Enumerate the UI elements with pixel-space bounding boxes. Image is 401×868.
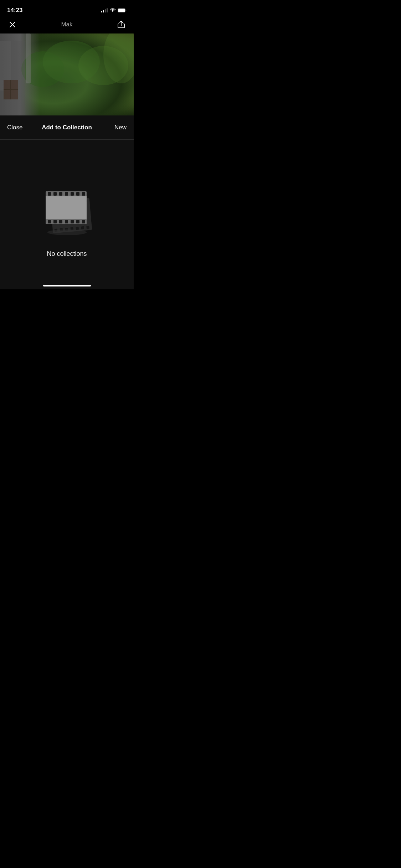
status-time: 14:23 [7,7,22,14]
svg-rect-38 [76,192,79,196]
svg-point-47 [47,229,87,235]
svg-rect-42 [59,220,62,223]
battery-icon [118,8,127,12]
svg-rect-37 [71,192,74,196]
photo-image [0,33,134,115]
svg-rect-11 [26,33,31,83]
nav-close-button[interactable] [7,19,18,30]
share-button[interactable] [116,19,127,30]
svg-rect-26 [76,227,79,230]
svg-rect-32 [46,196,87,219]
signal-icon [101,8,108,12]
svg-rect-35 [59,192,62,196]
no-collections-icon [38,186,96,236]
svg-rect-28 [86,226,89,229]
nav-title: Mak [61,21,72,28]
status-icons [101,8,127,12]
action-bar: Close Add to Collection New [0,115,134,140]
status-bar: 14:23 [0,0,134,16]
svg-rect-45 [76,220,79,223]
svg-rect-44 [71,220,74,223]
svg-rect-27 [81,226,84,229]
svg-rect-46 [82,220,85,223]
new-button[interactable]: New [105,124,127,131]
main-content: No collections [0,140,134,289]
close-button[interactable]: Close [7,124,29,131]
svg-rect-41 [53,220,57,223]
wifi-icon [110,8,115,12]
home-indicator [43,285,91,286]
svg-rect-43 [65,220,68,223]
add-to-collection-title: Add to Collection [29,124,105,131]
svg-rect-33 [48,192,51,196]
svg-rect-39 [82,192,85,196]
photo-area [0,33,134,115]
top-nav: Mak [0,16,134,33]
no-collections-label: No collections [47,250,87,258]
svg-rect-1 [118,9,125,12]
svg-rect-40 [48,220,51,223]
empty-state: No collections [38,140,96,289]
svg-rect-34 [53,192,57,196]
svg-rect-36 [65,192,68,196]
